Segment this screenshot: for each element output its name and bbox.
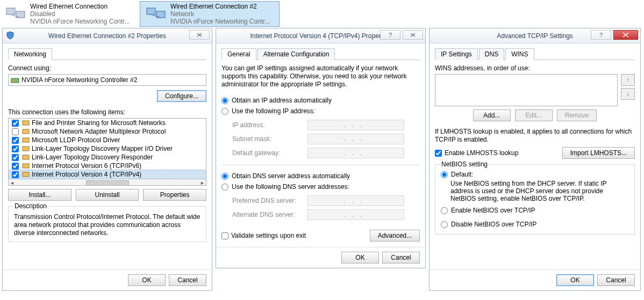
connection-status: Network	[170, 10, 270, 18]
connection-properties-dialog: Wired Ethernet Connection #2 Properties …	[2, 28, 212, 291]
subnet-input	[307, 134, 404, 144]
gateway-input	[307, 148, 404, 158]
ok-button[interactable]: OK	[556, 274, 594, 286]
svg-rect-3	[147, 8, 155, 14]
svg-rect-11	[23, 138, 29, 142]
move-up-button[interactable]: ↑	[621, 74, 635, 86]
close-button[interactable]	[403, 30, 423, 40]
tab-ip-settings[interactable]: IP Settings	[435, 48, 478, 60]
protocol-item[interactable]: Internet Protocol Version 4 (TCP/IPv4)	[9, 170, 206, 179]
protocol-icon	[22, 136, 30, 144]
tabs: IP Settings DNS WINS	[435, 48, 635, 60]
svg-rect-13	[23, 155, 29, 159]
protocol-item[interactable]: Internet Protocol Version 6 (TCP/IPv6)	[9, 162, 206, 170]
horizontal-scrollbar[interactable]: ◄►	[9, 179, 206, 186]
cancel-button[interactable]: Cancel	[382, 252, 420, 264]
svg-rect-7	[12, 79, 13, 82]
description-group: Description Transmission Control Protoco…	[8, 206, 206, 242]
protocol-item[interactable]: Microsoft LLDP Protocol Driver	[9, 136, 206, 144]
protocol-name: Microsoft Network Adapter Multiplexor Pr…	[32, 128, 166, 135]
protocol-item[interactable]: File and Printer Sharing for Microsoft N…	[9, 119, 206, 127]
cancel-button[interactable]: Cancel	[597, 274, 635, 286]
network-adapter-icon	[4, 5, 27, 23]
connection-name: Wired Ethernet Connection #2	[170, 3, 270, 10]
help-button[interactable]: ?	[380, 30, 400, 40]
protocol-checkbox[interactable]	[12, 120, 19, 127]
validate-checkbox[interactable]: Validate settings upon exit	[221, 232, 306, 239]
connection-status: Disabled	[30, 10, 130, 18]
netbios-enable-radio[interactable]: Enable NetBIOS over TCP/IP	[441, 207, 630, 214]
protocol-checkbox[interactable]	[12, 145, 19, 152]
ip-address-input	[307, 120, 404, 130]
remove-button[interactable]: Remove	[557, 109, 597, 121]
netbios-default-radio[interactable]: Default:	[441, 171, 630, 178]
protocol-checkbox[interactable]	[12, 137, 19, 144]
ip-auto-radio[interactable]: Obtain an IP address automatically	[221, 97, 420, 104]
svg-rect-8	[14, 79, 15, 82]
tab-dns[interactable]: DNS	[479, 48, 504, 60]
protocol-item[interactable]: Link-Layer Topology Discovery Mapper I/O…	[9, 144, 206, 153]
add-button[interactable]: Add...	[473, 109, 511, 121]
netbios-legend: NetBIOS setting	[440, 160, 489, 168]
help-button[interactable]: ?	[591, 30, 611, 40]
connection-item-selected[interactable]: Wired Ethernet Connection #2 Network NVI…	[140, 1, 280, 27]
wins-address-list[interactable]	[435, 74, 618, 106]
protocol-checkbox[interactable]	[12, 154, 19, 161]
subnet-label: Subnet mask:	[232, 135, 307, 143]
svg-rect-14	[23, 164, 29, 168]
shield-icon	[6, 31, 15, 40]
protocol-listbox[interactable]: File and Printer Sharing for Microsoft N…	[8, 118, 206, 186]
connections-bar: Wired Ethernet Connection Disabled NVIDI…	[0, 0, 644, 28]
tab-general[interactable]: General	[221, 48, 256, 60]
netbios-group: NetBIOS setting Default: Use NetBIOS set…	[435, 164, 635, 235]
protocol-name: Internet Protocol Version 6 (TCP/IPv6)	[32, 162, 141, 170]
enable-lmhosts-checkbox[interactable]: Enable LMHOSTS lookup	[435, 149, 518, 157]
protocol-item[interactable]: Link-Layer Topology Discovery Responder	[9, 153, 206, 162]
connection-item[interactable]: Wired Ethernet Connection Disabled NVIDI…	[0, 1, 140, 27]
protocol-checkbox[interactable]	[12, 128, 19, 135]
ok-button[interactable]: OK	[341, 252, 379, 264]
tab-alternate[interactable]: Alternate Configuration	[257, 48, 335, 60]
pref-dns-label: Preferred DNS server:	[232, 197, 307, 204]
protocol-icon	[22, 162, 30, 170]
install-button[interactable]: Install...	[8, 189, 71, 201]
uninstall-button[interactable]: Uninstall	[76, 189, 139, 201]
ip-address-label: IP address:	[232, 121, 307, 129]
cancel-button[interactable]: Cancel	[169, 274, 206, 286]
import-lmhosts-button[interactable]: Import LMHOSTS...	[562, 147, 635, 159]
items-label: This connection uses the following items…	[8, 108, 206, 116]
close-button[interactable]	[613, 30, 638, 40]
protocol-item[interactable]: Microsoft Network Adapter Multiplexor Pr…	[9, 127, 206, 136]
ip-manual-radio[interactable]: Use the following IP address:	[221, 107, 420, 115]
properties-button[interactable]: Properties	[143, 189, 206, 201]
tabs: General Alternate Configuration	[221, 48, 420, 60]
protocol-checkbox[interactable]	[12, 171, 19, 178]
netbios-disable-radio[interactable]: Disable NetBIOS over TCP/IP	[441, 221, 630, 228]
dns-manual-radio[interactable]: Use the following DNS server addresses:	[221, 183, 420, 191]
tab-networking[interactable]: Networking	[8, 48, 52, 60]
dialog-title: Internet Protocol Version 4 (TCP/IPv4) P…	[250, 32, 391, 40]
protocol-checkbox[interactable]	[12, 163, 19, 170]
move-down-button[interactable]: ↓	[621, 88, 635, 100]
close-button[interactable]	[189, 30, 210, 40]
dns-auto-radio[interactable]: Obtain DNS server address automatically	[221, 172, 420, 180]
ok-button[interactable]: OK	[128, 274, 166, 286]
arrow-up-icon: ↑	[626, 76, 629, 84]
alt-dns-input	[307, 209, 404, 220]
titlebar: Internet Protocol Version 4 (TCP/IPv4) P…	[216, 28, 425, 43]
protocol-icon	[22, 119, 30, 127]
connection-device: NVIDIA nForce Networking Contr...	[30, 18, 130, 25]
info-text: You can get IP settings assigned automat…	[221, 64, 420, 89]
adapter-field[interactable]: NVIDIA nForce Networking Controller #2	[8, 74, 206, 86]
svg-rect-12	[23, 147, 29, 151]
adapter-name: NVIDIA nForce Networking Controller #2	[22, 76, 137, 84]
description-label: Description	[13, 202, 48, 210]
separator	[221, 165, 420, 165]
titlebar: Wired Ethernet Connection #2 Properties	[3, 28, 212, 43]
arrow-down-icon: ↓	[626, 90, 629, 98]
advanced-button[interactable]: Advanced...	[370, 230, 420, 242]
configure-button[interactable]: Configure...	[157, 90, 206, 102]
tab-wins[interactable]: WINS	[505, 48, 534, 60]
tabs: Networking	[8, 48, 206, 60]
edit-button[interactable]: Edit...	[515, 109, 553, 121]
